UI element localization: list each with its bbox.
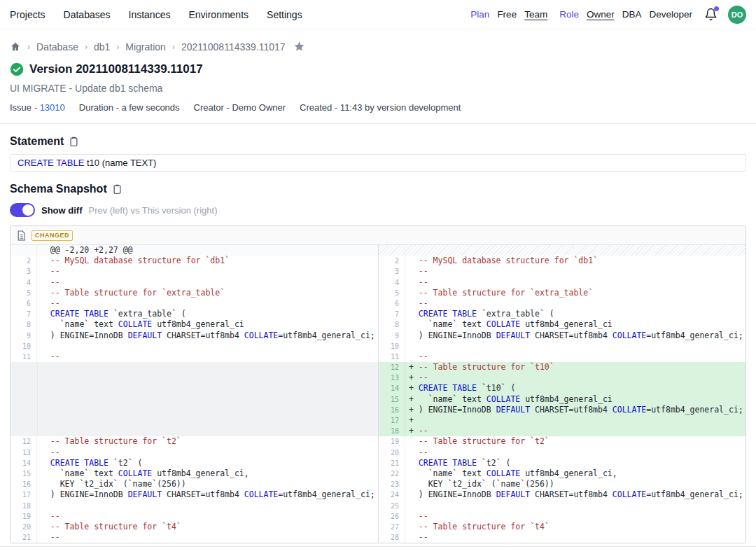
line-number: 18: [379, 426, 405, 436]
line-code: CREATE TABLE `t2` (: [405, 458, 746, 468]
role-option-owner[interactable]: Owner: [587, 9, 615, 20]
issue-link[interactable]: 13010: [40, 102, 65, 113]
diff-line: 13+ --: [379, 373, 746, 383]
line-code: `name` text COLLATE utf8mb4_general_ci,: [405, 468, 746, 479]
diff-line: 20 -- Table structure for `t4`: [10, 522, 378, 532]
diff-line: 24 ) ENGINE=InnoDB DEFAULT CHARSET=utf8m…: [379, 489, 746, 500]
role-option-developer[interactable]: Developer: [649, 9, 692, 20]
line-number: 10: [379, 341, 405, 352]
line-number: 25: [379, 501, 405, 511]
breadcrumb-separator: ›: [172, 42, 175, 52]
nav-item-instances[interactable]: Instances: [129, 9, 171, 20]
copy-snapshot-icon[interactable]: [112, 183, 122, 195]
line-code: ) ENGINE=InnoDB DEFAULT CHARSET=utf8mb4 …: [405, 489, 746, 500]
diff-line: [379, 245, 746, 256]
breadcrumb-version[interactable]: 20211008114339.11017: [181, 41, 286, 53]
nav-item-databases[interactable]: Databases: [64, 9, 111, 20]
diff-line: 10: [379, 341, 746, 352]
line-code: KEY `t2_idx` (`name`(256)): [405, 479, 746, 489]
line-code: + ) ENGINE=InnoDB DEFAULT CHARSET=utf8mb…: [405, 405, 746, 415]
line-number: 6: [379, 298, 405, 309]
diff-line: 2 -- MySQL database structure for `db1`: [10, 256, 378, 266]
plan-option-team[interactable]: Team: [524, 9, 547, 20]
line-code: `name` text COLLATE utf8mb4_general_ci: [405, 319, 746, 330]
line-code: -- Table structure for `extra_table`: [37, 288, 378, 298]
meta-creator: Creator - Demo Owner: [194, 102, 286, 113]
line-code: --: [405, 352, 746, 362]
diff-line: 4 --: [379, 277, 746, 288]
show-diff-toggle[interactable]: [10, 203, 35, 217]
nav-right-cluster: Plan Free Team Role Owner DBA Developer …: [470, 6, 746, 24]
line-code: KEY `t2_idx` (`name`(256)): [37, 479, 378, 489]
copy-statement-icon[interactable]: [69, 136, 79, 147]
line-code: -- Table structure for `extra_table`: [405, 288, 746, 298]
line-code: CREATE TABLE `extra_table` (: [405, 309, 746, 319]
diff-line: [10, 373, 378, 383]
line-code: --: [37, 266, 378, 277]
statement-sql: CREATE TABLE t10 (name TEXT): [10, 154, 746, 172]
line-number: 9: [10, 331, 37, 341]
line-code: +: [405, 415, 746, 426]
line-code: --: [37, 277, 378, 288]
line-number: 3: [10, 266, 37, 277]
diff-line: 14 CREATE TABLE `t2` (: [10, 458, 378, 468]
line-code: + CREATE TABLE `t10` (: [405, 383, 746, 394]
issue-label: Issue -: [10, 102, 40, 113]
diff-line: [10, 415, 378, 426]
nav-item-projects[interactable]: Projects: [10, 9, 46, 20]
line-number: 21: [10, 532, 37, 543]
meta-duration: Duration - a few seconds: [79, 102, 180, 113]
breadcrumb-migration[interactable]: Migration: [125, 41, 166, 53]
line-code: [405, 245, 746, 256]
breadcrumb-separator: ›: [85, 42, 88, 52]
diff-line: 21 CREATE TABLE `t2` (: [379, 458, 746, 468]
diff-line: 13 --: [10, 447, 378, 458]
line-number: 10: [10, 341, 37, 352]
diff-line: 16 KEY `t2_idx` (`name`(256)): [10, 479, 378, 489]
diff-line: 17 ) ENGINE=InnoDB DEFAULT CHARSET=utf8m…: [10, 489, 378, 500]
line-code: --: [37, 511, 378, 522]
avatar[interactable]: DO: [728, 6, 746, 24]
line-code: + -- Table structure for `t10`: [405, 362, 746, 373]
diff-line: 25: [379, 501, 746, 511]
line-code: [37, 341, 378, 352]
line-code: --: [37, 352, 378, 362]
bookmark-star-icon[interactable]: [293, 41, 305, 53]
line-code: [405, 501, 746, 511]
diff-line: 8 `name` text COLLATE utf8mb4_general_ci: [10, 319, 378, 330]
breadcrumb-database[interactable]: Database: [36, 41, 78, 53]
diff-line: 9 ) ENGINE=InnoDB DEFAULT CHARSET=utf8mb…: [10, 331, 378, 341]
diff-body: @@ -2,20 +2,27 @@2 -- MySQL database str…: [10, 245, 746, 543]
line-number: 4: [379, 277, 405, 288]
statement-heading-label: Statement: [10, 135, 64, 148]
diff-line: [10, 383, 378, 394]
line-code: --: [37, 447, 378, 458]
home-icon[interactable]: [10, 41, 21, 53]
schema-snapshot-heading: Schema Snapshot: [0, 172, 756, 195]
line-number: 11: [10, 352, 37, 362]
line-code: + --: [405, 373, 746, 383]
diff-pane-current[interactable]: 2 -- MySQL database structure for `db1`3…: [378, 245, 746, 543]
diff-line: 26 --: [379, 511, 746, 522]
role-option-dba[interactable]: DBA: [622, 9, 642, 20]
success-check-icon: [10, 62, 24, 76]
line-code: --: [405, 277, 746, 288]
diff-line: [10, 362, 378, 373]
line-code: -- Table structure for `t4`: [37, 522, 378, 532]
diff-pane-previous[interactable]: @@ -2,20 +2,27 @@2 -- MySQL database str…: [10, 245, 378, 543]
nav-item-environments[interactable]: Environments: [188, 9, 248, 20]
diff-line: 15+ `name` text COLLATE utf8mb4_general_…: [379, 394, 746, 405]
line-code: ) ENGINE=InnoDB DEFAULT CHARSET=utf8mb4 …: [37, 489, 378, 500]
notification-bell-icon[interactable]: [704, 8, 718, 21]
breadcrumb-db1[interactable]: db1: [94, 41, 110, 53]
diff-line: 19 --: [10, 511, 378, 522]
meta-issue: Issue - 13010: [10, 102, 65, 113]
diff-line: 15 `name` text COLLATE utf8mb4_general_c…: [10, 468, 378, 479]
diff-line: 21 --: [10, 532, 378, 543]
nav-item-settings[interactable]: Settings: [267, 9, 302, 20]
line-number: 6: [10, 298, 37, 309]
line-number: 18: [10, 501, 37, 511]
plan-option-free[interactable]: Free: [497, 9, 517, 20]
line-code: `name` text COLLATE utf8mb4_general_ci: [37, 319, 378, 330]
line-number: 20: [10, 522, 37, 532]
